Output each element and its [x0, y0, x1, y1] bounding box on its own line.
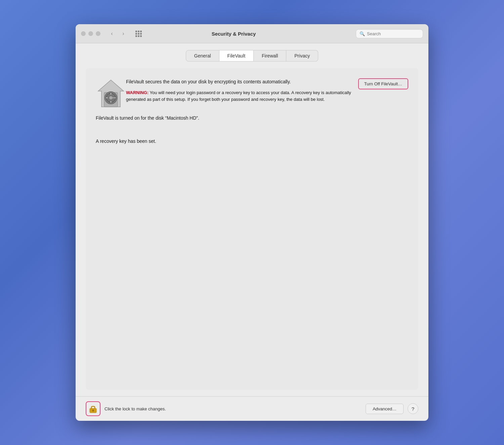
warning-label: WARNING:	[126, 90, 149, 95]
lock-message: Click the lock to make changes.	[104, 406, 366, 411]
titlebar: ‹ › Security & Privacy 🔍	[76, 24, 428, 43]
tab-filevault[interactable]: FileVault	[219, 50, 254, 62]
help-button[interactable]: ?	[408, 403, 418, 414]
close-button[interactable]	[81, 31, 86, 36]
panel-top-row: FileVault secures the data on your disk …	[96, 78, 408, 109]
search-box[interactable]: 🔍	[356, 29, 423, 38]
advanced-button[interactable]: Advanced…	[366, 404, 404, 414]
warning-body: You will need your login password or a r…	[126, 90, 351, 102]
tab-general[interactable]: General	[186, 50, 219, 62]
search-input[interactable]	[367, 31, 419, 36]
filevault-icon	[96, 78, 126, 109]
search-icon: 🔍	[360, 31, 365, 36]
nav-buttons: ‹ ›	[107, 29, 128, 38]
tabs: General FileVault Firewall Privacy	[86, 50, 418, 62]
lock-button[interactable]	[86, 401, 100, 416]
turn-off-filevault-button[interactable]: Turn Off FileVault…	[358, 78, 408, 89]
warning-text: WARNING: You will need your login passwo…	[126, 89, 351, 103]
recovery-key-status: A recovery key has been set.	[96, 138, 408, 145]
tab-privacy[interactable]: Privacy	[286, 50, 318, 62]
description-area: FileVault secures the data on your disk …	[126, 78, 408, 103]
filevault-status: FileVault is turned on for the disk “Mac…	[96, 115, 408, 122]
bottom-bar: Click the lock to make changes. Advanced…	[76, 396, 428, 421]
description-main: FileVault secures the data on your disk …	[126, 78, 351, 85]
main-window: ‹ › Security & Privacy 🔍 General FileVau…	[76, 24, 428, 421]
panel-description: FileVault secures the data on your disk …	[126, 78, 351, 103]
traffic-lights	[81, 31, 100, 36]
back-button[interactable]: ‹	[107, 29, 117, 38]
window-title: Security & Privacy	[149, 31, 318, 37]
forward-button[interactable]: ›	[119, 29, 128, 38]
minimize-button[interactable]	[88, 31, 93, 36]
maximize-button[interactable]	[96, 31, 100, 36]
tab-firewall[interactable]: Firewall	[254, 50, 286, 62]
content-area: General FileVault Firewall Privacy	[76, 43, 428, 396]
filevault-panel: FileVault secures the data on your disk …	[86, 68, 418, 390]
app-grid-icon[interactable]	[135, 31, 142, 37]
